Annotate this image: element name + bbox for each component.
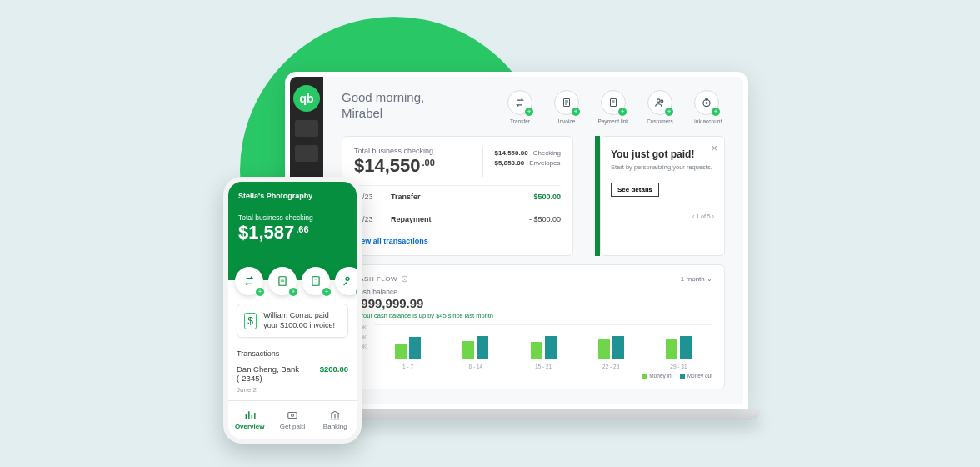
nav-banking[interactable]: Banking xyxy=(314,401,357,439)
paid-subtitle: Start by personalizing your requests. xyxy=(611,163,714,172)
phone-header: Stella's Photography Total business chec… xyxy=(228,182,357,280)
balance-amount: $14,550.00 xyxy=(354,155,466,177)
sidebar-slot[interactable] xyxy=(295,145,318,162)
bar-money-in xyxy=(531,342,542,359)
chart-bar-group xyxy=(442,324,509,359)
phone-quick-actions: + + + + xyxy=(235,267,362,295)
got-paid-card: × You just got paid! Start by personaliz… xyxy=(600,136,725,256)
tx-amount: $500.00 xyxy=(511,193,561,201)
close-icon[interactable]: × xyxy=(711,142,718,154)
action-label: Customers xyxy=(647,118,672,124)
plus-icon: + xyxy=(665,108,673,116)
phone-balance-label: Total business checking xyxy=(238,213,347,222)
chart-bar-group xyxy=(578,324,645,359)
balance-label: Total business checking xyxy=(354,147,466,155)
bar-money-out xyxy=(612,336,624,359)
action-payment-link[interactable]: + Payment link xyxy=(595,90,632,124)
quick-actions: + Transfer + Invoice + Payment link + xyxy=(502,90,725,124)
get-paid-icon xyxy=(286,409,299,421)
business-name: Stella's Photography xyxy=(238,192,347,200)
action-label: Payment link xyxy=(598,118,628,124)
phone-action-transfer[interactable]: + xyxy=(235,267,263,295)
bar-money-in xyxy=(666,339,678,359)
notification-text: William Corrao paid your $100.00 invoice… xyxy=(263,311,341,330)
action-invoice[interactable]: + Invoice xyxy=(548,90,585,124)
balance-card: Total business checking $14,550.00 $14,5… xyxy=(342,136,573,256)
transaction-date: June 2 xyxy=(237,386,320,394)
phone-device: Stella's Photography Total business chec… xyxy=(223,177,362,444)
cashflow-chart: 600K400K200K0 xyxy=(354,324,712,359)
qb-logo-icon: qb xyxy=(293,85,320,112)
phone-balance-amount: $1,587.66 xyxy=(238,222,347,244)
bar-money-out xyxy=(409,337,421,359)
chart-bar-group xyxy=(645,324,712,359)
bar-money-in xyxy=(598,339,610,359)
tx-amount: - $500.00 xyxy=(511,215,561,223)
transaction-list: 04/23Transfer$500.0004/23Repayment- $500… xyxy=(354,185,561,230)
tx-desc: Repayment xyxy=(391,215,511,223)
legend-swatch-out xyxy=(680,374,685,379)
plus-icon: + xyxy=(572,108,580,116)
payment-notification[interactable]: $ William Corrao paid your $100.00 invoi… xyxy=(237,304,348,338)
card-pager[interactable]: ‹ 1 of 5 › xyxy=(611,213,714,219)
cashflow-heading: CASH FLOW xyxy=(354,275,408,283)
money-icon: $ xyxy=(244,313,257,329)
cash-balance-label: Cash balance xyxy=(354,288,712,296)
cashflow-card: CASH FLOW 1 month ⌄ Cash balance $999,99… xyxy=(342,264,725,389)
tx-desc: Transfer xyxy=(391,193,511,201)
cash-balance-amount: $999,999.99 xyxy=(354,296,712,310)
sidebar-slot[interactable] xyxy=(295,120,318,137)
chart-legend: Money in Money out xyxy=(354,373,712,379)
period-selector[interactable]: 1 month ⌄ xyxy=(681,275,712,283)
transaction-row[interactable]: 04/23Repayment- $500.00 xyxy=(354,208,561,230)
bar-money-out xyxy=(477,336,488,359)
svg-point-12 xyxy=(292,414,294,417)
plus-icon: + xyxy=(712,108,720,116)
svg-point-4 xyxy=(703,100,710,107)
action-label: Transfer xyxy=(510,118,530,124)
action-label: Link account xyxy=(692,118,722,124)
transaction-amount: $200.00 xyxy=(320,364,348,394)
action-label: Invoice xyxy=(558,118,576,124)
transactions-heading: Transactions xyxy=(237,349,348,358)
bar-money-out xyxy=(545,336,557,359)
info-icon[interactable] xyxy=(401,275,408,283)
phone-action-more[interactable]: + xyxy=(335,267,362,295)
transaction-name: Dan Cheng, Bank (-2345) xyxy=(237,364,320,383)
transaction-row[interactable]: 04/23Transfer$500.00 xyxy=(354,185,561,208)
svg-point-3 xyxy=(661,100,663,103)
greeting-text: Good morning, Mirabel xyxy=(342,90,424,122)
cash-trend: ↑ Your cash balance is up by $45 since l… xyxy=(354,312,712,319)
action-customers[interactable]: + Customers xyxy=(642,90,678,124)
phone-bottom-nav: Overview Get paid Banking xyxy=(228,400,357,439)
svg-point-6 xyxy=(706,103,708,104)
phone-action-invoice[interactable]: + xyxy=(268,267,297,295)
bar-money-in xyxy=(462,341,474,359)
bar-money-in xyxy=(395,344,407,359)
chart-bar-group xyxy=(374,324,442,359)
balance-breakdown: $14,550.00Checking $5,850.00Envelopes xyxy=(482,147,561,177)
action-link-account[interactable]: + Link account xyxy=(688,90,725,124)
phone-transaction-row[interactable]: Dan Cheng, Bank (-2345) June 2 $200.00 xyxy=(237,364,348,394)
phone-action-payment[interactable]: + xyxy=(302,267,330,295)
paid-title: You just got paid! xyxy=(611,148,714,160)
action-transfer[interactable]: + Transfer xyxy=(502,90,538,124)
banking-icon xyxy=(328,409,342,421)
svg-point-10 xyxy=(346,277,349,280)
plus-icon: + xyxy=(618,108,627,116)
nav-get-paid[interactable]: Get paid xyxy=(271,401,313,439)
legend-swatch-in xyxy=(642,374,647,379)
overview-icon xyxy=(243,409,257,421)
nav-overview[interactable]: Overview xyxy=(228,401,271,439)
see-details-button[interactable]: See details xyxy=(611,183,659,197)
bar-money-out xyxy=(680,336,692,359)
view-all-transactions-link[interactable]: View all transactions xyxy=(354,230,561,245)
svg-rect-11 xyxy=(288,413,298,419)
plus-icon: + xyxy=(525,108,533,116)
svg-rect-9 xyxy=(312,277,319,286)
svg-point-2 xyxy=(658,99,661,103)
chart-bar-group xyxy=(509,324,577,359)
